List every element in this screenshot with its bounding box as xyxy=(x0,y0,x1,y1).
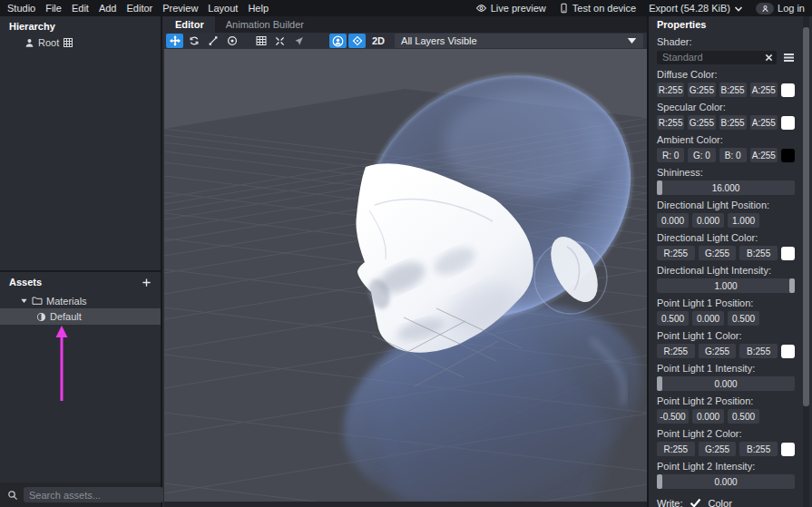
specular-a-field[interactable]: A:255 xyxy=(750,115,778,130)
test-on-device-button[interactable]: Test on device xyxy=(559,3,636,14)
assets-panel: Assets Materials xyxy=(0,270,161,507)
pl1-b-field[interactable]: B:255 xyxy=(739,344,778,358)
write-color-checkbox[interactable] xyxy=(689,496,703,507)
dir-light-color-swatch[interactable] xyxy=(781,247,795,260)
menu-preview[interactable]: Preview xyxy=(162,3,198,14)
add-asset-icon[interactable] xyxy=(142,278,152,288)
dir-light-b-field[interactable]: B:255 xyxy=(739,246,778,260)
menu-studio[interactable]: Studio xyxy=(7,3,35,14)
ambient-color-swatch[interactable] xyxy=(781,149,795,162)
pl2-g-field[interactable]: G:255 xyxy=(699,442,737,456)
pl2-z-field[interactable]: 0.500 xyxy=(728,409,759,424)
shininess-slider[interactable]: 16.000 xyxy=(657,180,795,195)
pl1-intensity-slider[interactable]: 0.000 xyxy=(657,376,795,391)
diffuse-g-field[interactable]: G:255 xyxy=(688,83,715,97)
shininess-label: Shininess: xyxy=(657,167,795,179)
search-input[interactable] xyxy=(24,487,163,502)
properties-panel: Properties Shader: Diffuse Color: R:255 … xyxy=(647,16,812,507)
editor-area: Editor Animation Builder xyxy=(164,16,647,507)
pl1-y-field[interactable]: 0.000 xyxy=(692,311,724,326)
diamond-view-button[interactable] xyxy=(348,34,366,48)
rotate-tool-button[interactable] xyxy=(185,34,202,48)
menu-help[interactable]: Help xyxy=(248,3,269,14)
viewport-3d[interactable] xyxy=(164,49,647,507)
slider-handle[interactable] xyxy=(657,376,662,391)
collapse-tool-button[interactable] xyxy=(271,34,289,48)
layers-visibility-dropdown[interactable]: All Layers Visible xyxy=(395,34,643,48)
specular-color-swatch[interactable] xyxy=(781,116,795,130)
scale-tool-button[interactable] xyxy=(204,34,221,48)
assets-folder-materials[interactable]: Materials xyxy=(0,293,161,308)
shader-input[interactable] xyxy=(657,52,777,63)
clear-icon[interactable] xyxy=(765,54,773,62)
pl1-z-field[interactable]: 0.500 xyxy=(728,311,759,326)
pl2-intensity-slider[interactable]: 0.000 xyxy=(657,474,795,489)
diffuse-a-field[interactable]: A:255 xyxy=(750,83,778,97)
pl1-intensity-value: 0.000 xyxy=(657,376,795,391)
menu-editor[interactable]: Editor xyxy=(126,3,152,14)
live-preview-button[interactable]: Live preview xyxy=(475,3,546,14)
shininess-value: 16.000 xyxy=(657,180,795,195)
login-button[interactable]: Log in xyxy=(756,3,805,15)
person-view-button[interactable] xyxy=(329,34,347,48)
pl1-x-field[interactable]: 0.500 xyxy=(657,311,689,326)
hierarchy-title: Hierarchy xyxy=(0,16,161,35)
ambient-a-field[interactable]: A:255 xyxy=(750,148,778,162)
slider-handle[interactable] xyxy=(657,474,662,489)
specular-r-field[interactable]: R:255 xyxy=(657,115,684,130)
dir-light-intensity-slider[interactable]: 1.000 xyxy=(657,278,795,293)
properties-scrollbar[interactable] xyxy=(803,16,809,507)
menu-add[interactable]: Add xyxy=(99,3,117,14)
pl1-color-swatch[interactable] xyxy=(781,345,795,358)
grid-toggle-button[interactable] xyxy=(252,34,269,48)
ambient-r-field[interactable]: R: 0 xyxy=(657,148,684,162)
pl2-r-field[interactable]: R:255 xyxy=(657,442,695,456)
hierarchy-panel: Hierarchy Root xyxy=(0,16,161,270)
ambient-g-field[interactable]: G: 0 xyxy=(688,148,715,162)
specular-b-field[interactable]: B:255 xyxy=(719,115,747,130)
tab-editor[interactable]: Editor xyxy=(164,16,215,33)
pl2-b-field[interactable]: B:255 xyxy=(739,442,778,456)
ambient-b-field[interactable]: B: 0 xyxy=(719,148,747,162)
pl2-y-field[interactable]: 0.000 xyxy=(692,409,724,424)
pl2-pos-label: Point Light 2 Position: xyxy=(657,395,795,407)
pl2-color-swatch[interactable] xyxy=(781,443,795,456)
hierarchy-item-root[interactable]: Root xyxy=(0,35,161,50)
nav-arrow-icon xyxy=(294,36,304,46)
move-tool-button[interactable] xyxy=(166,34,183,48)
left-panel: Hierarchy Root Assets xyxy=(0,16,162,507)
table-grid-icon[interactable] xyxy=(63,37,73,48)
root-item-label: Root xyxy=(38,37,59,48)
caret-down-icon[interactable] xyxy=(20,297,28,305)
pl2-x-field[interactable]: -0.500 xyxy=(657,409,689,424)
diffuse-r-field[interactable]: R:255 xyxy=(657,83,684,97)
menu-layout[interactable]: Layout xyxy=(208,3,238,14)
dir-light-g-field[interactable]: G:255 xyxy=(699,246,737,260)
dir-light-y-field[interactable]: 0.000 xyxy=(692,213,724,228)
pl1-g-field[interactable]: G:255 xyxy=(699,344,737,358)
material-sphere-icon xyxy=(36,312,46,322)
tab-animation-builder[interactable]: Animation Builder xyxy=(215,16,315,33)
specular-g-field[interactable]: G:255 xyxy=(688,115,715,130)
annotation-up-arrow xyxy=(54,325,69,403)
scrollbar-thumb[interactable] xyxy=(803,27,809,406)
slider-handle[interactable] xyxy=(657,180,662,195)
menu-edit[interactable]: Edit xyxy=(72,3,89,14)
export-button[interactable]: Export (54.28 KiB) xyxy=(649,3,743,14)
dir-light-color-row: R:255 G:255 B:255 xyxy=(657,246,795,260)
hamburger-menu-icon[interactable] xyxy=(783,53,795,63)
diffuse-color-swatch[interactable] xyxy=(781,83,795,97)
menu-file[interactable]: File xyxy=(45,3,62,14)
diffuse-b-field[interactable]: B:255 xyxy=(719,83,747,97)
slider-handle[interactable] xyxy=(789,278,795,293)
mode-2d-button[interactable]: 2D xyxy=(367,35,389,46)
dir-light-z-field[interactable]: 1.000 xyxy=(728,213,759,228)
pl1-pos-label: Point Light 1 Position: xyxy=(657,297,795,309)
globe-tool-button[interactable] xyxy=(223,34,240,48)
dir-light-x-field[interactable]: 0.000 xyxy=(657,213,689,228)
dir-light-r-field[interactable]: R:255 xyxy=(657,246,695,260)
assets-item-default[interactable]: Default xyxy=(0,308,161,325)
pl1-r-field[interactable]: R:255 xyxy=(657,344,695,358)
shader-select[interactable] xyxy=(657,51,777,64)
navigate-tool-button[interactable] xyxy=(290,34,308,48)
